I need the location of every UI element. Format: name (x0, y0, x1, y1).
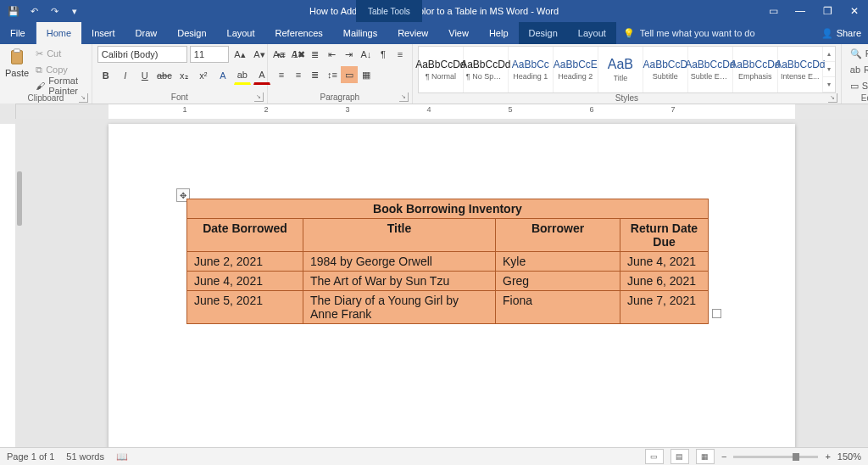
table-cell[interactable]: June 2, 2021 (187, 252, 303, 272)
ribbon-display-options-icon[interactable]: ▭ (760, 0, 787, 22)
paste-button[interactable]: Paste (5, 46, 29, 78)
table-cell[interactable]: Greg (496, 272, 620, 291)
table-header-cell[interactable]: Return Date Due (620, 219, 709, 252)
cut-button[interactable]: ✂Cut (32, 46, 86, 61)
clipboard-launcher-icon[interactable]: ↘ (79, 93, 88, 103)
subscript-button[interactable]: x₂ (175, 67, 192, 84)
table-cell[interactable]: Kyle (496, 252, 620, 272)
tab-references[interactable]: References (265, 22, 333, 44)
paragraph-launcher-icon[interactable]: ↘ (399, 92, 409, 102)
style-item[interactable]: AaBbCcDdSubtle Em... (688, 47, 733, 92)
sort-icon[interactable]: A↓ (358, 46, 375, 63)
styles-scroller[interactable]: ▴▾▾ (823, 47, 835, 92)
shading-icon[interactable]: ▭ (341, 66, 358, 83)
bold-button[interactable]: B (97, 67, 114, 84)
font-name-combo[interactable]: Calibri (Body) (97, 46, 187, 63)
zoom-out-button[interactable]: − (721, 451, 726, 462)
copy-button[interactable]: ⧉Copy (32, 62, 86, 77)
restore-button[interactable]: ❐ (814, 0, 841, 22)
style-item[interactable]: AaBbCcDSubtitle (643, 47, 688, 92)
superscript-button[interactable]: x² (195, 67, 212, 84)
tab-draw[interactable]: Draw (125, 22, 168, 44)
tab-view[interactable]: View (438, 22, 479, 44)
table-cell[interactable]: June 4, 2021 (620, 252, 709, 272)
font-size-combo[interactable]: 11 (190, 46, 229, 63)
italic-button[interactable]: I (117, 67, 134, 84)
tab-table-design[interactable]: Design (519, 22, 568, 44)
line-spacing-icon[interactable]: ↕≡ (324, 66, 341, 83)
style-item[interactable]: AaBbCcHeading 1 (509, 47, 554, 92)
navigation-thumb[interactable] (17, 171, 22, 226)
word-count-label[interactable]: 51 words (66, 451, 104, 462)
table-cell[interactable]: The Diary of a Young Girl by Anne Frank (303, 291, 496, 324)
read-mode-icon[interactable]: ▭ (645, 449, 664, 464)
tab-home[interactable]: Home (36, 22, 81, 44)
table-row[interactable]: Date Borrowed Title Borrower Return Date… (187, 219, 709, 252)
table-row[interactable]: Book Borrowing Inventory (187, 199, 709, 219)
more-styles-icon[interactable]: ▾ (823, 77, 835, 92)
print-layout-icon[interactable]: ▤ (670, 449, 689, 464)
table-row[interactable]: June 5, 2021 The Diary of a Young Girl b… (187, 291, 709, 324)
zoom-slider-thumb[interactable] (793, 453, 799, 461)
shrink-font-icon[interactable]: A▾ (251, 46, 268, 63)
undo-icon[interactable]: ↶ (25, 3, 42, 20)
underline-button[interactable]: U (136, 67, 153, 84)
align-right-icon[interactable]: ≡ (290, 66, 307, 83)
style-item[interactable]: AaBbCcDd¶ Normal (419, 47, 464, 92)
zoom-slider[interactable] (733, 456, 818, 458)
tab-mailings[interactable]: Mailings (333, 22, 387, 44)
tab-layout[interactable]: Layout (217, 22, 265, 44)
styles-launcher-icon[interactable]: ↘ (828, 93, 837, 103)
qat-customize-icon[interactable]: ▾ (66, 3, 83, 20)
table-header-cell[interactable]: Date Borrowed (187, 219, 303, 252)
show-marks-icon[interactable]: ¶ (375, 46, 392, 63)
text-effects-icon[interactable]: A (214, 67, 231, 84)
tab-file[interactable]: File (0, 22, 36, 44)
table-row[interactable]: June 4, 2021 The Art of War by Sun Tzu G… (187, 272, 709, 291)
justify-icon[interactable]: ≣ (307, 66, 324, 83)
numbering-icon[interactable]: 1≡ (290, 46, 307, 63)
redo-icon[interactable]: ↷ (46, 3, 63, 20)
zoom-level-label[interactable]: 150% (837, 451, 861, 462)
table-header-cell[interactable]: Title (303, 219, 496, 252)
table-cell[interactable]: June 4, 2021 (187, 272, 303, 291)
spell-check-icon[interactable]: 📖 (116, 451, 128, 462)
style-item[interactable]: AaBbCcEHeading 2 (554, 47, 598, 92)
share-button[interactable]: 👤 Share (821, 22, 861, 44)
table-cell[interactable]: The Art of War by Sun Tzu (303, 272, 496, 291)
close-button[interactable]: ✕ (841, 0, 868, 22)
chevron-up-icon[interactable]: ▴ (823, 47, 835, 62)
style-item[interactable]: AaBbCcDd¶ No Spac... (464, 47, 509, 92)
table-cell[interactable]: 1984 by George Orwell (303, 252, 496, 272)
table-header-cell[interactable]: Borrower (496, 219, 620, 252)
tab-design[interactable]: Design (167, 22, 216, 44)
tell-me-search[interactable]: 💡 Tell me what you want to do (623, 22, 755, 44)
align-center-icon[interactable]: ≡ (273, 66, 290, 83)
table-cell[interactable]: June 6, 2021 (620, 272, 709, 291)
tab-review[interactable]: Review (387, 22, 438, 44)
table-cell[interactable]: June 5, 2021 (187, 291, 303, 324)
multilevel-list-icon[interactable]: ≣ (307, 46, 324, 63)
style-item[interactable]: AaBbCcDdIntense E... (778, 47, 823, 92)
table-cell[interactable]: June 7, 2021 (620, 291, 709, 324)
table-resize-handle-icon[interactable] (712, 309, 721, 318)
decrease-indent-icon[interactable]: ⇤ (324, 46, 341, 63)
borders-icon[interactable]: ▦ (358, 66, 375, 83)
document-area[interactable]: ✥ Book Borrowing Inventory Date Borrowed… (15, 119, 868, 448)
table-title-cell[interactable]: Book Borrowing Inventory (187, 199, 709, 219)
select-button[interactable]: ▭Select▾ (847, 78, 868, 93)
document-table[interactable]: Book Borrowing Inventory Date Borrowed T… (186, 199, 709, 324)
align-left-icon[interactable]: ≡ (392, 46, 409, 63)
chevron-down-icon[interactable]: ▾ (823, 62, 835, 77)
style-item[interactable]: AaBTitle (598, 47, 643, 92)
find-button[interactable]: 🔍Find▾ (847, 46, 868, 61)
styles-gallery[interactable]: AaBbCcDd¶ NormalAaBbCcDd¶ No Spac...AaBb… (418, 46, 836, 93)
format-painter-button[interactable]: 🖌Format Painter (32, 78, 86, 93)
font-launcher-icon[interactable]: ↘ (254, 92, 264, 102)
grow-font-icon[interactable]: A▴ (231, 46, 248, 63)
save-icon[interactable]: 💾 (5, 3, 22, 20)
bullets-icon[interactable]: •≡ (273, 46, 290, 63)
web-layout-icon[interactable]: ▦ (696, 449, 715, 464)
page-count-label[interactable]: Page 1 of 1 (7, 451, 54, 462)
increase-indent-icon[interactable]: ⇥ (341, 46, 358, 63)
